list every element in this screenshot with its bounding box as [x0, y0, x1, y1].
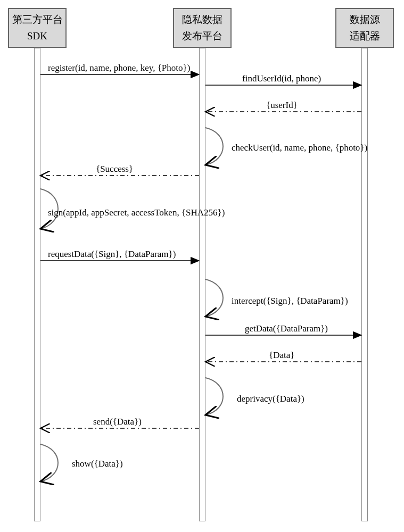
- lifeline-datasource-adapter: [361, 48, 368, 521]
- participant-label: 第三方平台: [12, 12, 63, 28]
- msg-show: show({Data}): [72, 459, 123, 469]
- participant-label: 适配器: [350, 28, 380, 44]
- msg-userid: {userId}: [266, 100, 298, 111]
- lifeline-sdk: [34, 48, 40, 521]
- msg-data: {Data}: [269, 350, 294, 361]
- participant-sdk: 第三方平台 SDK: [8, 8, 67, 48]
- msg-register: register(id, name, phone, key, {Photo}): [48, 63, 190, 73]
- participant-privacy-platform: 隐私数据 发布平台: [173, 8, 232, 48]
- msg-success: {Success}: [96, 164, 133, 174]
- participant-label: 数据源: [350, 12, 380, 28]
- msg-finduserid: findUserId(id, phone): [242, 73, 321, 84]
- msg-checkuser: checkUser(id, name, phone, {photo}): [232, 143, 367, 153]
- msg-sign: sign(appId, appSecret, accessToken, {SHA…: [48, 207, 225, 218]
- participant-label: SDK: [27, 28, 47, 44]
- msg-requestdata: requestData({Sign}, {DataParam}): [48, 249, 176, 260]
- participant-label: 发布平台: [182, 28, 222, 44]
- participant-datasource-adapter: 数据源 适配器: [335, 8, 394, 48]
- msg-intercept: intercept({Sign}, {DataParam}): [232, 296, 348, 306]
- participant-label: 隐私数据: [182, 12, 222, 28]
- msg-deprivacy: deprivacy({Data}): [237, 394, 304, 404]
- lifeline-privacy-platform: [199, 48, 205, 521]
- msg-getdata: getData({DataParam}): [245, 323, 328, 334]
- msg-send: send({Data}): [93, 417, 142, 427]
